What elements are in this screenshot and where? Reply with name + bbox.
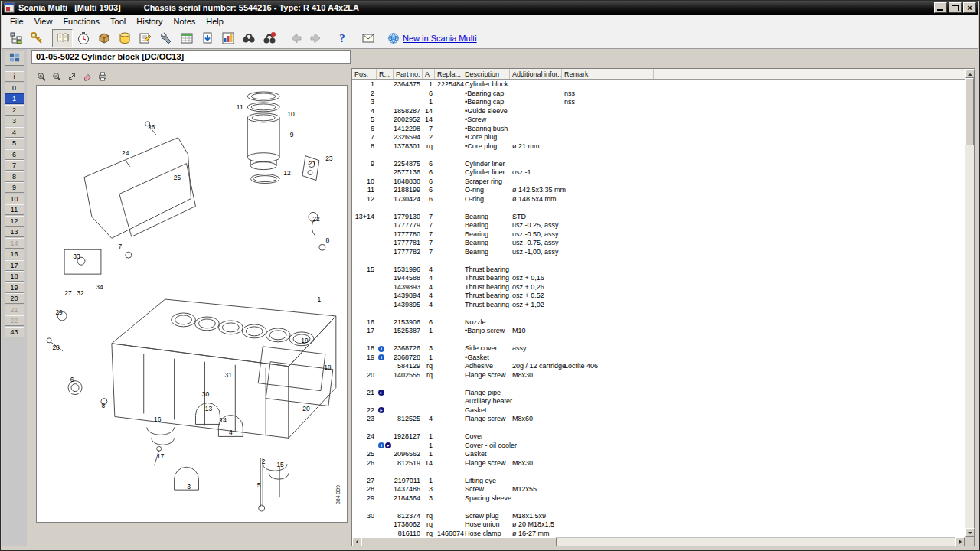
key-button[interactable] (26, 29, 47, 47)
search-button[interactable] (238, 29, 259, 47)
import-button[interactable] (197, 29, 217, 47)
table-row-pos-11[interactable]: 1121881996O-ringø 142.5x3.35 mm (352, 186, 965, 195)
table-row-pos-29[interactable]: 2921843643Spacing sleeve (352, 494, 965, 504)
column-header-remark[interactable]: Remark (562, 69, 654, 79)
table-row[interactable]: 17777817Bearingusz -0.75, assy (352, 239, 965, 248)
sidebar-item-17[interactable]: 17 (5, 260, 24, 271)
table-row-pos-3[interactable]: 31•Bearing capnss (352, 98, 965, 107)
table-row-pos-7[interactable]: 723265942•Core plug (352, 133, 965, 142)
sidebar-item-i[interactable]: i (5, 71, 24, 82)
sidebar-item-3[interactable]: 3 (5, 116, 24, 126)
forward-button[interactable] (305, 29, 326, 47)
sidebar-item-4[interactable]: 4 (5, 127, 24, 138)
table-row-pos-22[interactable]: 22▸Gasket (352, 406, 965, 416)
email-button[interactable] (358, 29, 378, 47)
sidebar-item-20[interactable]: 20 (5, 293, 24, 304)
sidebar-item-7[interactable]: 7 (5, 160, 24, 171)
table-row-pos-12[interactable]: 1217304246O-ringø 148.5x4 mm (352, 195, 965, 204)
sidebar-item-1[interactable]: 1 (5, 93, 24, 104)
table-row-pos-5[interactable]: 5200295214•Screw (352, 116, 965, 125)
close-button[interactable]: × (963, 2, 976, 13)
table-row-pos-28[interactable]: 2814374863ScrewM12x55 (352, 485, 965, 494)
table-row-pos-10[interactable]: 1018488306Scraper ring (352, 178, 965, 187)
sidebar-item-6[interactable]: 6 (5, 149, 24, 160)
table-row-pos-9[interactable]: 922548756Cylinder liner (352, 160, 965, 169)
info-icon[interactable]: i (378, 442, 384, 448)
sidebar-item-2[interactable]: 2 (5, 105, 24, 116)
table-row[interactable]: 584129rqAdhesive20g / 12 cartridgeLoctit… (352, 362, 965, 371)
table-row[interactable]: 1738062rqHose unionø 20 M18x1,5 (352, 520, 965, 530)
chassis-tree-button[interactable] (5, 29, 26, 47)
table-row[interactable]: 14398944Thrust bearingosz + 0.52 (352, 292, 965, 301)
table-row[interactable]: i▸1Cover - oil cooler (352, 442, 965, 451)
table-row-pos-15[interactable]: 1515319964Thrust bearing (352, 266, 965, 275)
table-row-pos-24[interactable]: 2419281271Cover (352, 432, 965, 442)
sidebar-item-21[interactable]: 21 (5, 305, 24, 315)
menu-history[interactable]: History (131, 16, 168, 27)
menu-notes[interactable]: Notes (168, 16, 201, 27)
table-row[interactable]: 25771366Cylinder linerosz -1 (352, 168, 965, 178)
tools-button[interactable] (155, 29, 176, 47)
sidebar-item-22[interactable]: 22 (5, 315, 24, 326)
sidebar-item-12[interactable]: 12 (5, 216, 24, 227)
column-header-r[interactable]: R... (377, 69, 394, 79)
sidebar-item-10[interactable]: 10 (5, 194, 24, 204)
eraser-button[interactable] (80, 71, 93, 83)
cross-reference-icon[interactable]: ▸ (378, 390, 384, 396)
table-row-pos-18[interactable]: 18i23687263Side coverassy (352, 344, 965, 354)
vertical-scroll-thumb[interactable] (965, 78, 974, 145)
menu-tool[interactable]: Tool (105, 16, 131, 27)
sidebar-item-9[interactable]: 9 (5, 182, 24, 193)
table-row-pos-25[interactable]: 2520965621Gasket (352, 450, 965, 459)
column-header-part-no[interactable]: Part no. (394, 69, 423, 79)
zoom-out-button[interactable] (50, 71, 63, 83)
table-row-pos-23[interactable]: 238125254Flange screwM8x60 (352, 415, 965, 424)
menu-file[interactable]: File (5, 16, 29, 27)
search-parts-button[interactable] (259, 29, 279, 47)
sidebar-item-14[interactable]: 14 (5, 238, 24, 249)
sidebar-item-43[interactable]: 43 (5, 327, 24, 337)
info-icon[interactable]: i (378, 354, 384, 360)
chart-button[interactable] (217, 29, 238, 47)
sidebar-item-19[interactable]: 19 (5, 282, 24, 293)
table-row-pos-4[interactable]: 4185828714•Guide sleeve (352, 107, 965, 116)
stopwatch-button[interactable] (73, 29, 93, 47)
table-row-pos-8[interactable]: 81378301rq•Core plugø 21 mm (352, 142, 965, 152)
table-row-pos-6[interactable]: 614122987•Bearing bush (352, 125, 965, 134)
overview-button[interactable] (5, 51, 24, 66)
sidebar-item-13[interactable]: 13 (5, 227, 24, 237)
vertical-scrollbar[interactable] (965, 69, 974, 537)
table-row-pos-20[interactable]: 201402555rqFlange screwM8x30 (352, 371, 965, 380)
sidebar-item-8[interactable]: 8 (5, 171, 24, 182)
column-header-pos[interactable]: Pos. (352, 69, 377, 79)
scroll-up-button[interactable] (965, 69, 975, 78)
scroll-down-button[interactable] (965, 528, 975, 537)
table-row[interactable]: 17777797Bearingusz -0.25, assy (352, 221, 965, 230)
resize-button[interactable] (65, 71, 78, 83)
package-button[interactable] (93, 29, 114, 47)
column-header-repla[interactable]: Repla... (435, 69, 462, 79)
menu-view[interactable]: View (29, 16, 58, 27)
table-row[interactable]: Auxiliary heater (352, 397, 965, 406)
table-row-pos-16[interactable]: 1621539066Nozzle (352, 318, 965, 328)
maximize-button[interactable] (949, 2, 962, 13)
table-row-pos-19[interactable]: 19i23687281•Gasket (352, 354, 965, 363)
table-row-pos-1[interactable]: 1236437512225484Cylinder block (352, 80, 965, 90)
table-row-pos-2[interactable]: 26•Bearing capnss (352, 90, 965, 99)
table-row-pos-26[interactable]: 2681251914Flange screwM8x30 (352, 459, 965, 468)
menu-functions[interactable]: Functions (57, 16, 105, 27)
table-row-pos-21[interactable]: 21▸Flange pipe (352, 389, 965, 398)
table-row[interactable]: 14398934Thrust bearingosz + 0,26 (352, 283, 965, 292)
table-row[interactable]: 816110rq1466074Hose clampø 16-27 mm (352, 530, 965, 538)
sidebar-item-18[interactable]: 18 (5, 271, 24, 282)
info-icon[interactable]: i (378, 346, 384, 352)
parts-catalogue-button[interactable] (52, 29, 73, 47)
sidebar-item-5[interactable]: 5 (5, 138, 24, 148)
table-row-pos-27[interactable]: 2721970111Lifting eye (352, 477, 965, 486)
print-button[interactable] (96, 71, 109, 83)
minimize-button[interactable] (934, 2, 947, 13)
table-row[interactable]: 14398954Thrust bearingosz + 1,02 (352, 301, 965, 310)
sidebar-item-16[interactable]: 16 (5, 249, 24, 259)
notes-book-button[interactable] (135, 29, 155, 47)
help-button[interactable]: ? (332, 29, 352, 47)
